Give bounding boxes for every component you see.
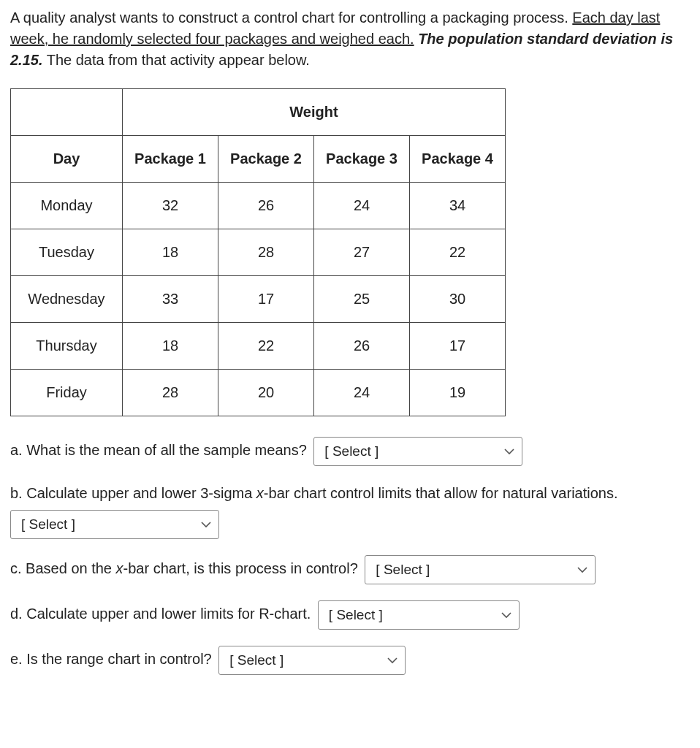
cell-day: Tuesday xyxy=(11,229,123,276)
cell-day: Wednesday xyxy=(11,276,123,323)
chevron-down-icon xyxy=(501,611,511,619)
question-e-text: e. Is the range chart in control? xyxy=(10,651,212,667)
question-b: b. Calculate upper and lower 3-sigma x-b… xyxy=(10,482,690,539)
col-p4: Package 4 xyxy=(410,136,506,183)
select-d[interactable]: [ Select ] xyxy=(318,600,520,630)
question-a: a. What is the mean of all the sample me… xyxy=(10,437,690,466)
question-e: e. Is the range chart in control? [ Sele… xyxy=(10,646,690,675)
question-c-x: x xyxy=(116,560,123,576)
col-p1: Package 1 xyxy=(123,136,218,183)
cell-p4: 17 xyxy=(410,323,506,370)
table-row: Thursday 18 22 26 17 xyxy=(11,323,506,370)
table-row: Tuesday 18 28 27 22 xyxy=(11,229,506,276)
cell-p3: 27 xyxy=(314,229,410,276)
question-c-text-pre: c. Based on the xyxy=(10,560,116,576)
cell-p2: 22 xyxy=(218,323,314,370)
table-row: Monday 32 26 24 34 xyxy=(11,183,506,229)
cell-day: Thursday xyxy=(11,323,123,370)
cell-p3: 25 xyxy=(314,276,410,323)
table-row: Friday 28 20 24 19 xyxy=(11,370,506,416)
col-day: Day xyxy=(11,136,123,183)
cell-p1: 18 xyxy=(123,229,218,276)
cell-p4: 19 xyxy=(410,370,506,416)
intro-text-3: The data from that activity appear below… xyxy=(47,52,310,68)
select-a[interactable]: [ Select ] xyxy=(313,437,522,466)
cell-p3: 24 xyxy=(314,183,410,229)
cell-p4: 22 xyxy=(410,229,506,276)
chevron-down-icon xyxy=(387,657,397,664)
question-a-text: a. What is the mean of all the sample me… xyxy=(10,442,307,458)
cell-p1: 32 xyxy=(123,183,218,229)
weight-header: Weight xyxy=(123,89,506,136)
data-table: Weight Day Package 1 Package 2 Package 3… xyxy=(10,88,506,416)
cell-p1: 28 xyxy=(123,370,218,416)
question-d-text: d. Calculate upper and lower limits for … xyxy=(10,606,311,622)
select-b[interactable]: [ Select ] xyxy=(10,510,219,539)
cell-p2: 17 xyxy=(218,276,314,323)
question-d: d. Calculate upper and lower limits for … xyxy=(10,600,690,630)
intro-paragraph: A quality analyst wants to construct a c… xyxy=(10,7,690,71)
cell-p2: 28 xyxy=(218,229,314,276)
question-c: c. Based on the x-bar chart, is this pro… xyxy=(10,555,690,584)
select-c-value: [ Select ] xyxy=(376,560,430,581)
cell-p4: 30 xyxy=(410,276,506,323)
select-c[interactable]: [ Select ] xyxy=(365,555,596,584)
chevron-down-icon xyxy=(504,448,514,455)
cell-p2: 20 xyxy=(218,370,314,416)
col-p2: Package 2 xyxy=(218,136,314,183)
select-a-value: [ Select ] xyxy=(324,441,378,462)
table-row: Wednesday 33 17 25 30 xyxy=(11,276,506,323)
intro-text-1: A quality analyst wants to construct a c… xyxy=(10,9,572,26)
chevron-down-icon xyxy=(201,521,211,528)
question-b-text-post: -bar chart control limits that allow for… xyxy=(264,485,618,501)
select-e[interactable]: [ Select ] xyxy=(218,646,406,675)
cell-p3: 26 xyxy=(314,323,410,370)
col-p3: Package 3 xyxy=(314,136,410,183)
cell-p4: 34 xyxy=(410,183,506,229)
select-e-value: [ Select ] xyxy=(229,650,284,671)
question-c-text-post: -bar chart, is this process in control? xyxy=(123,560,358,576)
cell-day: Monday xyxy=(11,183,123,229)
cell-p1: 33 xyxy=(123,276,218,323)
question-b-text-pre: b. Calculate upper and lower 3-sigma xyxy=(10,485,256,501)
chevron-down-icon xyxy=(577,566,587,573)
question-b-x: x xyxy=(256,485,264,501)
cell-day: Friday xyxy=(11,370,123,416)
cell-p1: 18 xyxy=(123,323,218,370)
select-b-value: [ Select ] xyxy=(21,514,75,535)
table-empty-cell xyxy=(11,89,123,136)
cell-p2: 26 xyxy=(218,183,314,229)
cell-p3: 24 xyxy=(314,370,410,416)
select-d-value: [ Select ] xyxy=(329,605,383,626)
